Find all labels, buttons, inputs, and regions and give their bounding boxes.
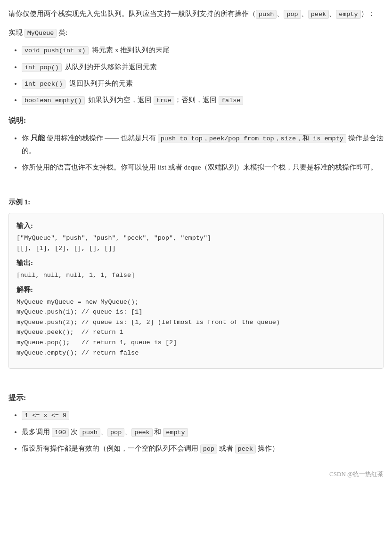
note-item-1: 你 只能 使用标准的栈操作 —— 也就是只有 push to top，peek/… [22,132,384,157]
method-push: void push(int x) 将元素 x 推到队列的末尾 [22,44,384,57]
method-push-code: void push(int x) [22,46,89,55]
input-label: 输入: [16,220,376,232]
method-pop-code: int pop() [22,63,62,72]
spacer-2 [8,377,384,384]
example-1-box: 输入: ["MyQueue", "push", "push", "peek", … [8,213,384,369]
method-empty: boolean empty() 如果队列为空，返回 true；否则，返回 fal… [22,94,384,106]
explain-label: 解释: [16,284,376,296]
hints-title: 提示: [8,391,384,404]
output-value: [null, null, null, 1, 1, false] [16,270,376,281]
hint-empty-code: empty [163,428,188,437]
output-label: 输出: [16,257,376,269]
class-name-code: MyQueue [24,29,57,38]
stack-ops-code: push to top，peek/pop from top，size，和 is … [158,134,346,143]
implement-label: 实现 MyQueue 类: [8,27,384,39]
false-val: false [219,96,244,105]
hint-peek2-code: peek [235,445,256,453]
hint-push-code: push [80,428,100,437]
true-val: true [154,96,174,105]
hint-item-3: 假设所有操作都是有效的（例如，一个空的队列不会调用 pop 或者 peek 操作… [22,442,384,455]
code-peek: peek [308,10,329,19]
method-list: void push(int x) 将元素 x 推到队列的末尾 int pop()… [8,44,384,106]
method-peek: int peek() 返回队列开头的元素 [22,77,384,90]
note-title: 说明: [8,114,384,127]
hints-list: 1 <= x <= 9 最多调用 100 次 push、pop、peek 和 e… [8,409,384,455]
footer-text: CSDN @统一热红茶 [329,470,384,477]
note-list: 你 只能 使用标准的栈操作 —— 也就是只有 push to top，peek/… [8,132,384,174]
code-pop: pop [284,10,301,19]
method-pop: int pop() 从队列的开头移除并返回元素 [22,61,384,73]
footer-note: CSDN @统一热红茶 [8,469,384,479]
hint-peek-code: peek [131,428,152,437]
code-empty: empty [336,10,361,19]
bold-only: 只能 [31,134,45,142]
hint-range-code: 1 <= x <= 9 [22,411,69,420]
method-empty-code: boolean empty() [22,96,85,105]
explain-code: MyQueue myQueue = new MyQueue(); myQueue… [16,297,376,358]
input-line1: ["MyQueue", "push", "push", "peek", "pop… [16,233,376,253]
hint-pop2-code: pop [200,445,217,453]
hint-pop-code: pop [107,428,124,437]
hint-100-code: 100 [52,428,69,437]
hint-item-2: 最多调用 100 次 push、pop、peek 和 empty [22,426,384,438]
intro-text: 请你仅使用两个栈实现先入先出队列。队列应当支持一般队列支持的所有操作（push、… [8,8,384,20]
example-1-title: 示例 1: [8,196,384,209]
code-push: push [256,10,277,19]
method-peek-code: int peek() [22,80,65,89]
hint-item-1: 1 <= x <= 9 [22,409,384,421]
spacer-1 [8,178,384,187]
note-item-2: 你所使用的语言也许不支持栈。你可以使用 list 或者 deque（双端队列）来… [22,161,384,174]
